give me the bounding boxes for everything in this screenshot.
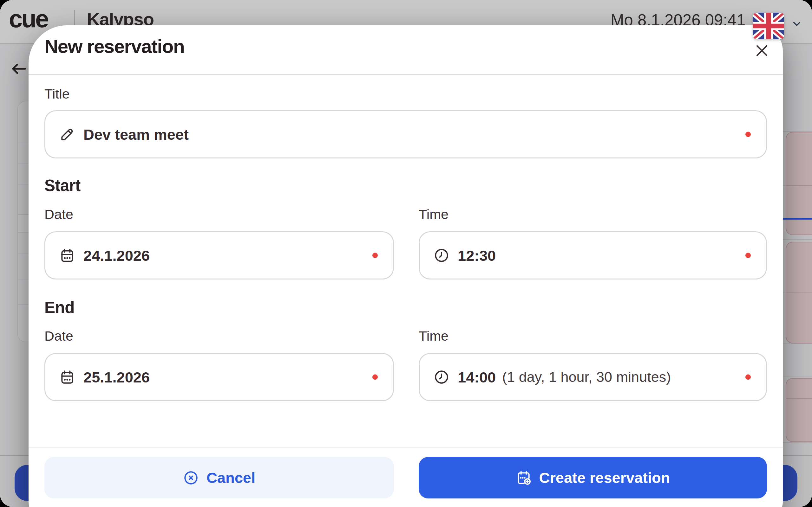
required-marker [745,132,751,137]
app-screen: cue Kalypso Mo 8.1.2026 09:41 [0,0,812,507]
clock-icon [434,247,450,263]
title-input-value: Dev team meet [84,126,189,143]
calendar-plus-icon [516,470,531,486]
end-time-label: Time [419,328,449,344]
x-icon [752,41,771,60]
cancel-button[interactable]: Cancel [44,457,394,498]
clock-icon [434,369,450,385]
start-date-input[interactable]: 24.1.2026 [44,231,394,279]
required-marker [745,253,751,258]
start-date-label: Date [44,207,73,222]
end-time-duration: (1 day, 1 hour, 30 minutes) [502,369,671,385]
title-field-label: Title [44,86,70,102]
end-date-input[interactable]: 25.1.2026 [44,353,394,401]
modal-footer-divider [29,447,783,447]
create-reservation-button[interactable]: Create reservation [419,457,767,498]
language-flag-button[interactable] [753,13,784,39]
end-section-heading: End [44,298,74,317]
end-date-label: Date [44,328,73,344]
circle-x-icon [183,470,199,486]
required-marker [745,375,751,380]
close-button[interactable] [752,41,771,60]
calendar-icon [59,369,75,385]
start-time-value: 12:30 [458,247,496,264]
end-date-value: 25.1.2026 [84,369,150,386]
title-input[interactable]: Dev team meet [44,110,767,158]
start-date-value: 24.1.2026 [84,247,150,264]
start-time-label: Time [419,207,449,222]
start-time-input[interactable]: 12:30 [419,231,767,279]
pencil-icon [59,126,75,142]
required-marker [372,375,378,380]
start-section-heading: Start [44,176,81,195]
cancel-button-label: Cancel [206,469,255,487]
modal-title: New reservation [44,36,184,57]
modal-header-divider [29,74,783,75]
end-time-input[interactable]: 14:00 (1 day, 1 hour, 30 minutes) [419,353,767,401]
uk-flag-icon [753,13,784,39]
calendar-icon [59,247,75,263]
required-marker [372,253,378,258]
create-button-label: Create reservation [539,469,670,487]
new-reservation-modal: New reservation Title Dev team meet Star… [29,25,783,507]
end-time-value: 14:00 [458,369,496,386]
